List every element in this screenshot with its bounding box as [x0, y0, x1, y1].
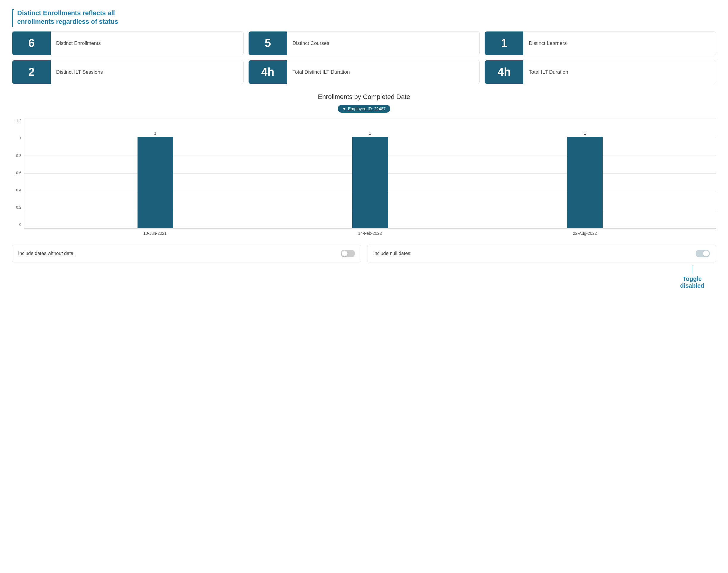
- y-label-0.8: 0.8: [16, 153, 21, 158]
- x-label-0: 10-Jun-2021: [48, 231, 263, 236]
- bar-group-2: 1: [567, 131, 603, 228]
- toggle-track-0: [341, 250, 355, 257]
- chart-title: Enrollments by Completed Date: [12, 93, 716, 101]
- stats-grid: 6 Distinct Enrollments 5 Distinct Course…: [12, 31, 716, 84]
- stat-label-total-ilt-duration: Total ILT Duration: [523, 60, 716, 84]
- stat-label-distinct-ilt-duration: Total Distinct ILT Duration: [287, 60, 480, 84]
- x-axis-labels: 10-Jun-2021 14-Feb-2022 22-Aug-2022: [24, 231, 716, 236]
- bar-1: [352, 137, 388, 228]
- stat-label-courses: Distinct Courses: [287, 32, 480, 55]
- stat-card-distinct-ilt-duration: 4h Total Distinct ILT Duration: [248, 60, 480, 84]
- stat-value-distinct-ilt-duration: 4h: [248, 60, 287, 84]
- bar-0: [137, 137, 173, 228]
- stat-value-enrollments: 6: [12, 32, 51, 55]
- y-label-1: 1: [19, 136, 21, 140]
- toggle-switch-1[interactable]: [695, 250, 710, 257]
- stat-value-learners: 1: [485, 32, 523, 55]
- bottom-annotation-container: Toggledisabled: [12, 265, 716, 289]
- toggle-track-1: [695, 250, 710, 257]
- filter-badge-container: ▼ Employee ID: 22487: [12, 105, 716, 113]
- stat-label-enrollments: Distinct Enrollments: [51, 32, 243, 55]
- y-axis: 1.2 1 0.8 0.6 0.4 0.2 0: [12, 118, 24, 236]
- bar-group-1: 1: [352, 131, 388, 228]
- toggle-label-1: Include null dates:: [373, 251, 412, 256]
- stat-card-courses: 5 Distinct Courses: [248, 31, 480, 55]
- y-label-0.2: 0.2: [16, 205, 21, 210]
- stat-label-learners: Distinct Learners: [523, 32, 716, 55]
- bottom-annotation-line: [692, 265, 692, 274]
- y-label-1.2: 1.2: [16, 118, 21, 123]
- stat-card-ilt-sessions: 2 Distinct ILT Sessions: [12, 60, 243, 84]
- x-label-2: 22-Aug-2022: [477, 231, 692, 236]
- chart-body: 1 1 1 10-Jun-2021: [24, 118, 716, 236]
- y-label-0: 0: [19, 222, 21, 227]
- stat-value-total-ilt-duration: 4h: [485, 60, 523, 84]
- y-label-0.6: 0.6: [16, 171, 21, 175]
- stat-card-learners: 1 Distinct Learners: [485, 31, 716, 55]
- bottom-annotation: Toggledisabled: [680, 265, 704, 289]
- bar-group-0: 1: [137, 131, 173, 228]
- bar-value-2: 1: [584, 131, 586, 136]
- toggle-thumb-1: [703, 251, 709, 257]
- bar-value-0: 1: [154, 131, 157, 136]
- enrollment-annotation: Distinct Enrollments reflects all enroll…: [12, 9, 716, 26]
- filter-badge[interactable]: ▼ Employee ID: 22487: [338, 105, 391, 113]
- chart-plot-area: 1 1 1: [24, 118, 716, 228]
- toggle-card-dates-without-data: Include dates without data:: [12, 245, 361, 262]
- x-label-1: 14-Feb-2022: [263, 231, 478, 236]
- bars-container: 1 1 1: [24, 118, 716, 228]
- bar-2: [567, 137, 603, 228]
- stat-label-ilt-sessions: Distinct ILT Sessions: [51, 60, 243, 84]
- chart-wrapper: 1.2 1 0.8 0.6 0.4 0.2 0: [12, 118, 716, 236]
- bar-value-1: 1: [369, 131, 371, 136]
- toggle-card-null-dates: Include null dates:: [367, 245, 716, 262]
- stat-value-courses: 5: [248, 32, 287, 55]
- y-label-0.4: 0.4: [16, 188, 21, 192]
- stat-value-ilt-sessions: 2: [12, 60, 51, 84]
- bottom-annotation-text: Toggledisabled: [680, 275, 704, 289]
- toggle-label-0: Include dates without data:: [18, 251, 74, 256]
- filter-badge-text: Employee ID: 22487: [348, 106, 386, 111]
- chart-section: Enrollments by Completed Date ▼ Employee…: [12, 93, 716, 236]
- annotation-text: Distinct Enrollments reflects all enroll…: [17, 9, 142, 26]
- toggle-thumb-0: [342, 251, 347, 257]
- toggle-switch-0[interactable]: [341, 250, 355, 257]
- stat-card-enrollments: 6 Distinct Enrollments: [12, 31, 243, 55]
- filter-icon: ▼: [342, 107, 346, 111]
- stat-card-total-ilt-duration: 4h Total ILT Duration: [485, 60, 716, 84]
- toggles-row: Include dates without data: Include null…: [12, 245, 716, 262]
